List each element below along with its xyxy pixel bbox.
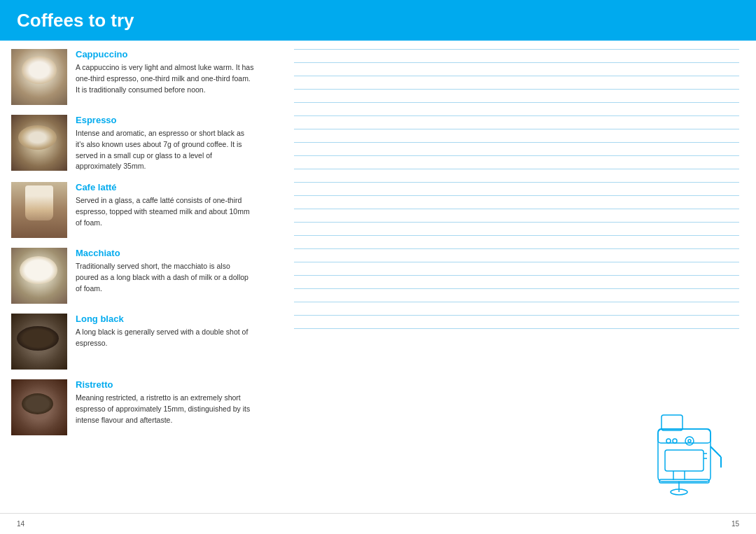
espresso-desc: Intense and aromatic, an espresso or sho… (76, 128, 255, 172)
list-item: Cafe latté Served in a glass, a caffe la… (11, 182, 255, 238)
cappuccino-name: Cappuccino (76, 49, 255, 59)
longblack-image (11, 314, 67, 370)
latte-name: Cafe latté (76, 182, 255, 192)
longblack-name: Long black (76, 314, 255, 324)
note-line (294, 76, 739, 76)
list-item: Ristretto Meaning restricted, a ristrett… (11, 379, 255, 435)
svg-line-6 (710, 447, 721, 457)
coffee-list: Cappuccino A cappuccino is very light an… (0, 49, 266, 513)
cappuccino-desc: A cappuccino is very light and almost lu… (76, 62, 255, 95)
note-line (294, 155, 739, 156)
svg-point-15 (666, 439, 671, 443)
latte-info: Cafe latté Served in a glass, a caffe la… (76, 182, 255, 238)
svg-rect-3 (665, 450, 704, 471)
note-line (294, 288, 739, 289)
note-line (294, 248, 739, 249)
note-line (294, 275, 739, 276)
note-line (294, 302, 739, 302)
note-line (294, 262, 739, 262)
longblack-desc: A long black is generally served with a … (76, 327, 255, 349)
notes-panel (266, 49, 756, 513)
page-header: Coffees to try (0, 0, 756, 41)
macchiato-image (11, 248, 67, 304)
longblack-info: Long black A long black is generally ser… (76, 314, 255, 370)
ristretto-image (11, 379, 67, 435)
note-line (294, 222, 739, 223)
list-item: Espresso Intense and aromatic, an espres… (11, 115, 255, 172)
note-line (294, 209, 739, 209)
page-number-right: 15 (732, 520, 739, 528)
note-line (294, 182, 739, 183)
note-line (294, 129, 739, 129)
note-line (294, 315, 739, 316)
main-content: Cappuccino A cappuccino is very light an… (0, 41, 756, 513)
list-item: Macchiato Traditionally served short, th… (11, 248, 255, 304)
note-line (294, 115, 739, 116)
ristretto-desc: Meaning restricted, a ristretto is an ex… (76, 393, 255, 426)
list-item: Long black A long black is generally ser… (11, 314, 255, 370)
espresso-image (11, 115, 67, 171)
note-lines (294, 49, 739, 329)
note-line (294, 142, 739, 143)
svg-point-9 (688, 440, 691, 442)
macchiato-name: Macchiato (76, 248, 255, 258)
espresso-info: Espresso Intense and aromatic, an espres… (76, 115, 255, 172)
ristretto-info: Ristretto Meaning restricted, a ristrett… (76, 379, 255, 435)
ristretto-name: Ristretto (76, 379, 255, 390)
latte-desc: Served in a glass, a caffe latté consist… (76, 195, 255, 228)
espresso-name: Espresso (76, 115, 255, 125)
note-line (294, 62, 739, 63)
note-line (294, 49, 739, 50)
macchiato-desc: Traditionally served short, the macchiat… (76, 261, 255, 294)
macchiato-info: Macchiato Traditionally served short, th… (76, 248, 255, 304)
note-line (294, 235, 739, 236)
note-line (294, 169, 739, 169)
list-item: Cappuccino A cappuccino is very light an… (11, 49, 255, 105)
page-footer: 14 15 (0, 513, 756, 534)
page-number-left: 14 (17, 520, 24, 528)
svg-point-16 (673, 439, 677, 443)
espresso-machine-illustration (644, 408, 735, 499)
note-line (294, 328, 739, 329)
svg-rect-2 (662, 415, 682, 430)
page-title: Coffees to try (17, 10, 134, 31)
cappuccino-info: Cappuccino A cappuccino is very light an… (76, 49, 255, 105)
latte-image (11, 182, 67, 238)
note-line (294, 195, 739, 196)
svg-point-8 (685, 437, 694, 445)
cappuccino-image (11, 49, 67, 105)
note-line (294, 89, 739, 90)
note-line (294, 102, 739, 103)
